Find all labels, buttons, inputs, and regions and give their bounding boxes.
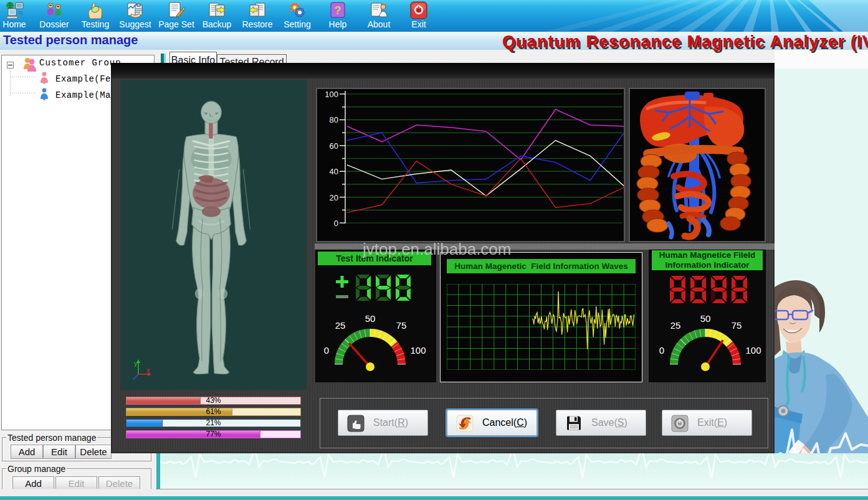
svg-text:60: 60 xyxy=(330,141,338,151)
svg-text:y: y xyxy=(134,359,138,367)
svg-text:80: 80 xyxy=(330,115,338,125)
svg-text:x: x xyxy=(146,366,150,374)
svg-text:0: 0 xyxy=(334,219,338,228)
svg-text:100: 100 xyxy=(410,345,426,356)
svg-text:0: 0 xyxy=(324,345,329,356)
svg-text:100: 100 xyxy=(745,345,761,356)
svg-text:?: ? xyxy=(335,4,341,17)
svg-text:25: 25 xyxy=(670,320,681,331)
svg-text:25: 25 xyxy=(335,320,346,331)
svg-text:75: 75 xyxy=(396,320,407,331)
svg-text:50: 50 xyxy=(365,313,376,324)
svg-text:20: 20 xyxy=(330,193,338,202)
svg-text:40: 40 xyxy=(330,167,338,176)
svg-text:75: 75 xyxy=(732,320,742,331)
svg-text:100: 100 xyxy=(325,90,338,99)
svg-text:50: 50 xyxy=(700,313,711,324)
svg-text:0: 0 xyxy=(659,345,664,356)
